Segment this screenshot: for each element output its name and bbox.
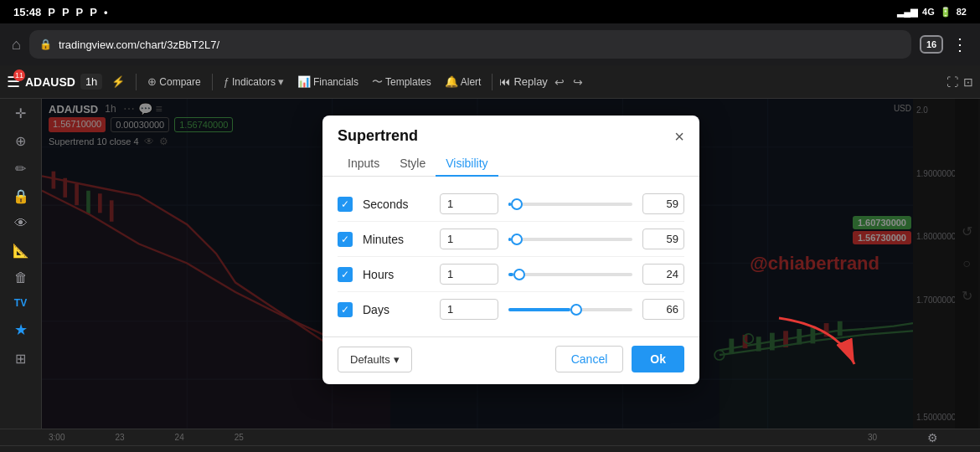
check-icon: ✓ [341,198,349,210]
interval-button[interactable]: 1h [80,74,102,90]
carrier-p1: P [48,6,55,18]
lock-icon: 🔒 [39,39,52,50]
separator2 [212,74,213,90]
days-checkbox[interactable]: ✓ [338,302,353,317]
visibility-row-days: ✓ Days 66 [338,292,684,326]
browser-menu-button[interactable]: ⋮ [952,34,968,54]
compare-button[interactable]: ⊕ Compare [143,74,204,90]
supertrend-dialog: Supertrend × Inputs Style Visibility ✓ S… [322,116,699,384]
dialog-close-button[interactable]: × [674,128,684,145]
seconds-label: Seconds [363,198,430,211]
footer-actions: Cancel Ok [555,346,684,372]
home-icon[interactable]: ⌂ [12,36,21,54]
days-min-input[interactable] [440,299,498,320]
dialog-title: Supertrend [338,127,418,145]
fullscreen-button[interactable]: ⛶ [946,75,958,89]
trash-icon[interactable]: 🗑 [14,270,28,285]
defaults-label: Defaults [350,353,390,366]
menu-button[interactable]: ☰ 11 [7,73,20,91]
drawing-icon[interactable]: ✏ [15,161,26,177]
seconds-slider[interactable] [508,203,632,206]
undo-button[interactable]: ↩ [554,75,565,89]
chart-toolbar: ☰ 11 ADAUSD 1h ⚡ ⊕ Compare ƒ Indicators … [0,65,980,99]
lock-sidebar-icon[interactable]: 🔒 [13,188,29,204]
financials-button[interactable]: 📊 Financials [293,74,363,90]
chart-type-button[interactable]: ⚡ [107,74,129,90]
minutes-slider[interactable] [508,238,632,241]
seconds-min-input[interactable] [440,193,498,214]
check-icon-days: ✓ [341,304,349,316]
hours-min-input[interactable] [440,264,498,285]
dialog-overlay: Supertrend × Inputs Style Visibility ✓ S… [42,99,980,429]
carrier-p3: P [76,6,84,18]
time-label-2: 23 [115,433,124,442]
indicator-icon: ƒ [224,75,230,88]
zoom-in-icon[interactable]: ⊕ [15,133,26,149]
tabs-button[interactable]: 16 [920,35,943,54]
pencil-ruler-icon[interactable]: 📐 [13,243,29,259]
notification-badge: 11 [13,69,25,81]
battery-level: 82 [957,7,967,17]
templates-label: Templates [385,76,431,88]
settings-time-icon[interactable]: ⚙ [927,431,938,444]
carrier-dot: • [104,6,108,18]
dialog-header: Supertrend × [322,116,699,145]
layers-icon[interactable]: ⊞ [15,351,26,367]
tab-style[interactable]: Style [389,152,436,177]
days-slider-thumb[interactable] [570,304,582,316]
symbol-label[interactable]: ADAUSD [25,75,75,89]
defaults-button[interactable]: Defaults ▾ [338,347,412,372]
dialog-footer: Defaults ▾ Cancel Ok [322,336,699,384]
visibility-row-seconds: ✓ Seconds 59 [338,187,684,222]
indicators-label: Indicators [232,76,276,88]
replay-button[interactable]: ⏮ Replay [499,75,547,88]
seconds-slider-thumb[interactable] [511,198,523,210]
chart-area[interactable]: ADA/USD 1h ⋯ 💬 ≡ 1.56710000 0.00030000 1… [42,99,980,429]
battery-icon: 🔋 [940,7,952,18]
separator1 [136,74,137,90]
dialog-body: ✓ Seconds 59 [322,177,699,336]
layout-button[interactable]: ⊡ [963,75,973,89]
hours-slider-thumb[interactable] [513,269,525,280]
days-slider[interactable] [508,308,632,311]
time-label-4: 25 [235,433,244,442]
cancel-button[interactable]: Cancel [555,346,624,372]
alert-icon: 🔔 [445,75,458,88]
indicators-button[interactable]: ƒ Indicators ▾ [219,74,288,90]
redo-button[interactable]: ↪ [573,75,583,89]
seconds-slider-track [508,203,632,206]
bottom-bar: 1D 5D 1M 3M 6M YTD 1Y 5Y All ⊕ ⇌ 14:48:0… [0,445,980,452]
carrier-p4: P [90,6,97,18]
hours-checkbox[interactable]: ✓ [338,267,353,282]
minutes-slider-thumb[interactable] [511,234,523,245]
crosshair-icon[interactable]: ✛ [15,105,26,121]
seconds-checkbox[interactable]: ✓ [338,197,353,212]
days-slider-fill [508,308,570,311]
minutes-max: 59 [642,229,684,249]
minutes-checkbox[interactable]: ✓ [338,232,353,247]
time-label-3: 24 [175,433,184,442]
4g-icon: 4G [922,7,935,17]
alert-label: Alert [461,76,482,88]
url-text: tradingview.com/chart/3zBbT2L7/ [59,39,219,51]
dropdown-arrow-icon: ▾ [394,353,400,366]
minutes-min-input[interactable] [440,229,498,249]
hours-slider[interactable] [508,273,632,276]
templates-button[interactable]: 〜 Templates [368,73,436,91]
eye-icon[interactable]: 👁 [14,216,28,231]
ok-button[interactable]: Ok [632,346,684,372]
status-left: 15:48 P P P P • [13,6,108,18]
tab-inputs[interactable]: Inputs [338,152,389,177]
time-axis: 3:00 23 24 25 30 ⚙ [0,429,980,445]
status-right: ▂▄▆ 4G 🔋 82 [897,7,967,18]
url-bar[interactable]: 🔒 tradingview.com/chart/3zBbT2L7/ [29,30,911,59]
star-icon[interactable]: ★ [14,321,28,339]
alert-button[interactable]: 🔔 Alert [441,74,486,90]
separator3 [492,74,493,90]
visibility-row-hours: ✓ Hours 24 [338,257,684,292]
chart-type-icon: ⚡ [111,75,125,88]
tab-visibility[interactable]: Visibility [436,152,498,177]
hours-slider-track [508,273,632,276]
main-area: ✛ ⊕ ✏ 🔒 👁 📐 🗑 TV ★ ⊞ [0,99,980,429]
tv-logo: TV [14,297,27,309]
